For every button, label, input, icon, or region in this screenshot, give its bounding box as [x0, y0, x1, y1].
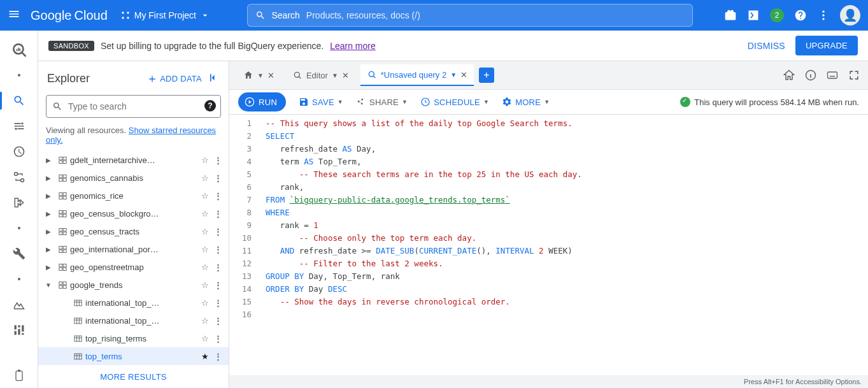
close-icon[interactable]: ✕	[267, 71, 274, 80]
table-name: top_terms	[85, 352, 197, 361]
svg-rect-47	[59, 268, 62, 270]
svg-rect-46	[63, 264, 66, 266]
table-row[interactable]: international_top_…☆⋮	[38, 312, 229, 329]
upgrade-button[interactable]: UPGRADE	[795, 36, 858, 55]
sql-editor[interactable]: 12345678910111213141516 -- This query sh…	[229, 115, 868, 375]
more-vert-icon[interactable]: ⋮	[213, 191, 224, 201]
svg-rect-24	[63, 161, 66, 163]
add-data-button[interactable]: ADD DATA	[147, 74, 202, 84]
rail-clipboard-icon[interactable]	[0, 363, 38, 388]
more-button[interactable]: MORE ▼	[502, 97, 550, 107]
nav-menu-button[interactable]	[8, 8, 23, 23]
rail-sql-workspace[interactable]	[0, 88, 38, 113]
expand-arrow-icon[interactable]: ▶	[42, 157, 55, 164]
rail-history-icon[interactable]	[0, 139, 38, 164]
table-row[interactable]: international_top_…☆⋮	[38, 294, 229, 312]
code-content[interactable]: -- This query shows a list of the daily …	[259, 115, 868, 375]
fullscreen-icon[interactable]	[848, 69, 860, 82]
more-vert-icon[interactable]: ⋮	[213, 262, 224, 272]
more-results-button[interactable]: MORE RESULTS	[38, 366, 229, 388]
learn-more-link[interactable]: Learn more	[330, 41, 376, 51]
dataset-row[interactable]: ▶geo_international_por…☆⋮	[38, 240, 229, 258]
account-avatar[interactable]: 👤	[840, 5, 860, 25]
rail-dot-3[interactable]	[0, 266, 38, 292]
rail-filters-icon[interactable]	[0, 113, 38, 139]
dismiss-button[interactable]: DISMISS	[748, 41, 785, 51]
close-icon[interactable]: ✕	[460, 70, 467, 80]
more-vert-icon[interactable]: ⋮	[213, 155, 224, 165]
logo[interactable]: Google Cloud	[31, 8, 108, 23]
more-vert-icon[interactable]: ⋮	[213, 316, 224, 326]
svg-rect-20	[22, 333, 24, 335]
notifications-badge[interactable]: 2	[770, 8, 784, 22]
search-input[interactable]: Search Products, resources, docs (/)	[247, 4, 693, 27]
svg-point-2	[122, 17, 124, 18]
rail-scheduled-icon[interactable]	[0, 190, 38, 215]
dataset-row[interactable]: ▶genomics_cannabis☆⋮	[38, 169, 229, 187]
rail-settings-icon[interactable]	[0, 241, 38, 266]
more-vert-icon[interactable]: ⋮	[213, 280, 224, 290]
expand-arrow-icon[interactable]: ▶	[42, 264, 55, 271]
more-vert-icon[interactable]: ⋮	[213, 245, 224, 254]
more-vert-icon[interactable]: ⋮	[213, 209, 224, 219]
star-icon[interactable]: ★	[200, 352, 210, 361]
tab-home[interactable]: ▼ ✕	[237, 64, 281, 86]
star-icon[interactable]: ☆	[200, 173, 210, 183]
collapse-explorer-button[interactable]	[207, 71, 220, 86]
tab-unsaved-query[interactable]: *Unsaved query 2 ▼ ✕	[360, 64, 474, 86]
help-icon[interactable]	[794, 9, 807, 22]
expand-arrow-icon[interactable]: ▶	[42, 246, 55, 253]
more-vert-icon[interactable]: ⋮	[213, 352, 224, 361]
cloud-shell-icon[interactable]	[747, 9, 760, 22]
search-help-icon[interactable]: ?	[204, 100, 216, 111]
bigquery-logo-icon[interactable]	[0, 37, 38, 62]
info-icon[interactable]	[804, 69, 817, 82]
svg-point-13	[14, 173, 17, 176]
more-vert-icon[interactable]: ⋮	[213, 334, 224, 343]
expand-arrow-icon[interactable]: ▶	[42, 175, 55, 182]
dataset-row[interactable]: ▼google_trends☆⋮	[38, 276, 229, 294]
star-icon[interactable]: ☆	[200, 262, 210, 272]
dataset-row[interactable]: ▶genomics_rice☆⋮	[38, 187, 229, 205]
star-icon[interactable]: ☆	[200, 227, 210, 236]
more-vert-icon[interactable]: ⋮	[213, 298, 224, 308]
star-icon[interactable]: ☆	[200, 298, 210, 308]
expand-arrow-icon[interactable]: ▶	[42, 210, 55, 217]
star-icon[interactable]: ☆	[200, 316, 210, 326]
explorer-search-input[interactable]	[46, 95, 221, 118]
rail-monitoring-icon[interactable]	[0, 292, 38, 317]
more-vert-icon[interactable]: ⋮	[213, 227, 224, 236]
gift-icon[interactable]	[724, 9, 737, 22]
table-row[interactable]: top_terms★⋮	[38, 347, 229, 365]
star-icon[interactable]: ☆	[200, 209, 210, 219]
run-button[interactable]: RUN	[238, 92, 286, 111]
project-selector[interactable]: My First Project	[115, 8, 215, 23]
dataset-row[interactable]: ▶geo_census_tracts☆⋮	[38, 222, 229, 240]
star-icon[interactable]: ☆	[200, 155, 210, 165]
dataset-row[interactable]: ▶gdelt_internetarchive…☆⋮	[38, 151, 229, 169]
tab-editor[interactable]: Editor ▼ ✕	[286, 64, 355, 86]
star-icon[interactable]: ☆	[200, 334, 210, 343]
close-icon[interactable]: ✕	[342, 71, 349, 80]
save-button[interactable]: SAVE ▼	[299, 97, 343, 107]
rail-dot-2[interactable]	[0, 215, 38, 241]
expand-arrow-icon[interactable]: ▶	[42, 192, 55, 199]
star-icon[interactable]: ☆	[200, 280, 210, 290]
rail-bi-icon[interactable]	[0, 317, 38, 343]
open-in-home-icon[interactable]	[783, 69, 795, 82]
star-icon[interactable]: ☆	[200, 245, 210, 254]
keyboard-icon[interactable]	[826, 69, 839, 82]
table-row[interactable]: top_rising_terms☆⋮	[38, 329, 229, 347]
star-icon[interactable]: ☆	[200, 191, 210, 201]
share-button[interactable]: SHARE ▼	[356, 97, 408, 107]
rail-dot-1[interactable]	[0, 62, 38, 88]
dataset-row[interactable]: ▶geo_openstreetmap☆⋮	[38, 258, 229, 276]
schedule-button[interactable]: SCHEDULE ▼	[420, 97, 489, 107]
dataset-row[interactable]: ▶geo_census_blockgro…☆⋮	[38, 205, 229, 222]
add-tab-button[interactable]: +	[479, 68, 494, 83]
expand-arrow-icon[interactable]: ▼	[42, 282, 55, 289]
more-vert-icon[interactable]: ⋮	[213, 173, 224, 183]
more-vert-icon[interactable]	[817, 9, 830, 22]
expand-arrow-icon[interactable]: ▶	[42, 228, 55, 235]
rail-transfer-icon[interactable]	[0, 164, 38, 190]
